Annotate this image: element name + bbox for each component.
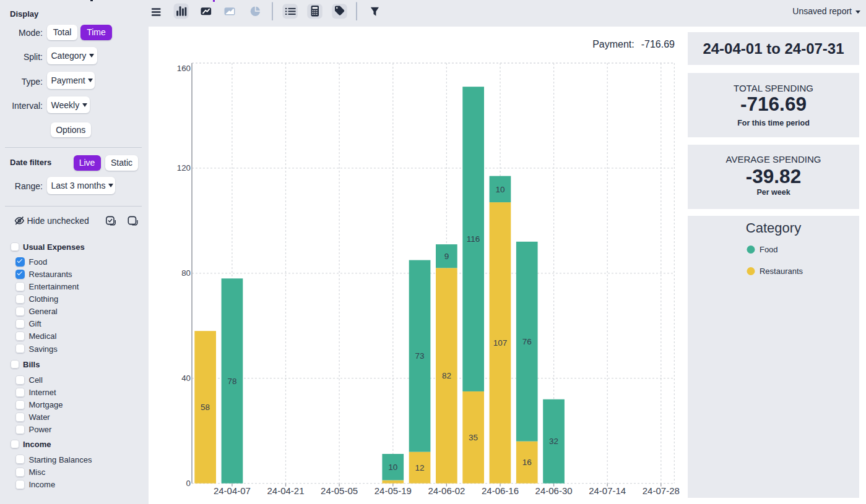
svg-text:24-05-19: 24-05-19 <box>375 485 412 496</box>
svg-text:82: 82 <box>442 371 451 380</box>
svg-text:24-04-21: 24-04-21 <box>267 485 304 496</box>
svg-text:0: 0 <box>186 479 191 488</box>
svg-text:32: 32 <box>549 437 558 446</box>
svg-text:24-05-05: 24-05-05 <box>321 485 358 496</box>
svg-text:40: 40 <box>181 374 191 383</box>
svg-text:73: 73 <box>415 351 425 361</box>
svg-text:78: 78 <box>227 377 236 386</box>
svg-text:160: 160 <box>177 64 191 73</box>
svg-text:120: 120 <box>177 163 191 173</box>
svg-text:24-04-07: 24-04-07 <box>214 485 251 496</box>
svg-text:76: 76 <box>522 337 532 346</box>
svg-text:116: 116 <box>467 234 480 244</box>
svg-text:9: 9 <box>444 252 449 261</box>
svg-text:16: 16 <box>522 458 532 467</box>
svg-text:24-06-02: 24-06-02 <box>428 485 465 496</box>
svg-text:24-06-30: 24-06-30 <box>535 485 573 496</box>
svg-text:24-06-16: 24-06-16 <box>482 485 519 496</box>
svg-text:35: 35 <box>469 433 478 442</box>
svg-text:10: 10 <box>388 463 397 472</box>
svg-text:80: 80 <box>181 268 191 278</box>
svg-text:58: 58 <box>201 403 210 412</box>
svg-text:24-07-14: 24-07-14 <box>589 485 626 496</box>
svg-text:24-07-28: 24-07-28 <box>643 485 680 496</box>
svg-text:10: 10 <box>495 185 504 194</box>
svg-text:12: 12 <box>415 463 425 472</box>
svg-text:107: 107 <box>493 338 508 348</box>
